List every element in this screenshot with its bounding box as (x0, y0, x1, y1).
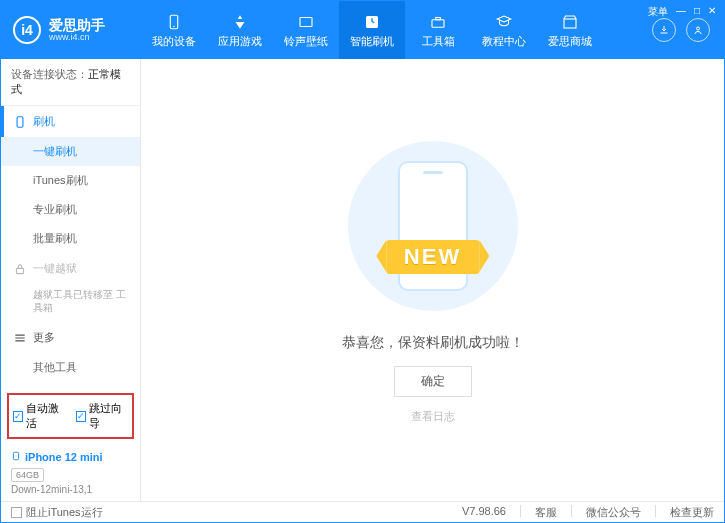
logo-icon: i4 (13, 16, 41, 44)
device-icon (164, 12, 184, 32)
checkbox-skip-guide[interactable]: ✓ 跳过向导 (76, 401, 129, 431)
check-update-link[interactable]: 检查更新 (670, 505, 714, 520)
footer: 阻止iTunes运行 V7.98.66 客服 微信公众号 检查更新 (1, 501, 724, 523)
svg-rect-6 (564, 19, 576, 28)
nav-smart-flash[interactable]: 智能刷机 (339, 1, 405, 59)
check-icon: ✓ (76, 411, 86, 422)
options-highlight-box: ✓ 自动激活 ✓ 跳过向导 (7, 393, 134, 439)
minimize-button[interactable]: — (676, 5, 686, 19)
list-icon (13, 331, 27, 345)
app-title: 爱思助手 (49, 18, 105, 32)
svg-rect-9 (17, 268, 24, 273)
svg-rect-4 (432, 19, 444, 27)
nav-ringtone-wallpaper[interactable]: 铃声壁纸 (273, 1, 339, 59)
check-icon: ✓ (13, 411, 23, 422)
phone-icon (13, 115, 27, 129)
store-icon (560, 12, 580, 32)
apps-icon (230, 12, 250, 32)
device-info[interactable]: iPhone 12 mini 64GB Down-12mini-13,1 (1, 443, 140, 501)
user-icon[interactable] (686, 18, 710, 42)
sidebar: 设备连接状态：正常模式 刷机 一键刷机 iTunes刷机 专业刷机 批量刷机 一… (1, 59, 141, 501)
checkbox-auto-activate[interactable]: ✓ 自动激活 (13, 401, 66, 431)
main-content: NEW 恭喜您，保资料刷机成功啦！ 确定 查看日志 (141, 59, 724, 501)
phone-small-icon (11, 449, 21, 465)
checkbox-empty-icon (11, 507, 22, 518)
confirm-button[interactable]: 确定 (394, 366, 472, 397)
sidebar-item-download-firmware[interactable]: 下载固件 (1, 382, 140, 389)
support-link[interactable]: 客服 (535, 505, 557, 520)
svg-point-7 (697, 27, 700, 30)
sidebar-group-flash[interactable]: 刷机 (1, 106, 140, 137)
sidebar-item-other-tools[interactable]: 其他工具 (1, 353, 140, 382)
svg-point-1 (173, 25, 175, 27)
sidebar-group-jailbreak: 一键越狱 (1, 253, 140, 284)
device-identifier: Down-12mini-13,1 (11, 484, 130, 495)
svg-rect-8 (17, 116, 23, 127)
device-storage-badge: 64GB (11, 468, 44, 482)
window-controls: 菜单 — □ ✕ (648, 5, 716, 19)
main-nav: 我的设备 应用游戏 铃声壁纸 智能刷机 工具箱 教程中心 爱思商城 (141, 1, 652, 59)
sidebar-item-itunes-flash[interactable]: iTunes刷机 (1, 166, 140, 195)
new-banner: NEW (386, 240, 479, 274)
close-button[interactable]: ✕ (708, 5, 716, 19)
flash-icon (362, 12, 382, 32)
header-right-icons (652, 18, 724, 42)
toolbox-icon (428, 12, 448, 32)
menu-button[interactable]: 菜单 (648, 5, 668, 19)
connection-status: 设备连接状态：正常模式 (1, 59, 140, 106)
tutorial-icon (494, 12, 514, 32)
sidebar-item-pro-flash[interactable]: 专业刷机 (1, 195, 140, 224)
nav-my-device[interactable]: 我的设备 (141, 1, 207, 59)
view-log-link[interactable]: 查看日志 (411, 409, 455, 424)
logo-area: i4 爱思助手 www.i4.cn (1, 16, 141, 44)
device-name: iPhone 12 mini (25, 451, 103, 463)
svg-rect-2 (300, 17, 312, 26)
nav-store[interactable]: 爱思商城 (537, 1, 603, 59)
version-label: V7.98.66 (462, 505, 506, 520)
nav-toolbox[interactable]: 工具箱 (405, 1, 471, 59)
app-url: www.i4.cn (49, 32, 105, 43)
maximize-button[interactable]: □ (694, 5, 700, 19)
wechat-link[interactable]: 微信公众号 (586, 505, 641, 520)
app-header: 菜单 — □ ✕ i4 爱思助手 www.i4.cn 我的设备 应用游戏 铃声壁… (1, 1, 724, 59)
success-illustration: NEW (343, 136, 523, 316)
lock-icon (13, 262, 27, 276)
jailbreak-note: 越狱工具已转移至 工具箱 (1, 284, 140, 322)
svg-rect-5 (436, 17, 441, 19)
nav-tutorial[interactable]: 教程中心 (471, 1, 537, 59)
success-message: 恭喜您，保资料刷机成功啦！ (342, 334, 524, 352)
svg-rect-10 (14, 452, 19, 460)
checkbox-block-itunes[interactable]: 阻止iTunes运行 (11, 505, 103, 520)
nav-apps-games[interactable]: 应用游戏 (207, 1, 273, 59)
sidebar-group-more[interactable]: 更多 (1, 322, 140, 353)
download-icon[interactable] (652, 18, 676, 42)
sidebar-item-onekey-flash[interactable]: 一键刷机 (1, 137, 140, 166)
sidebar-item-batch-flash[interactable]: 批量刷机 (1, 224, 140, 253)
media-icon (296, 12, 316, 32)
